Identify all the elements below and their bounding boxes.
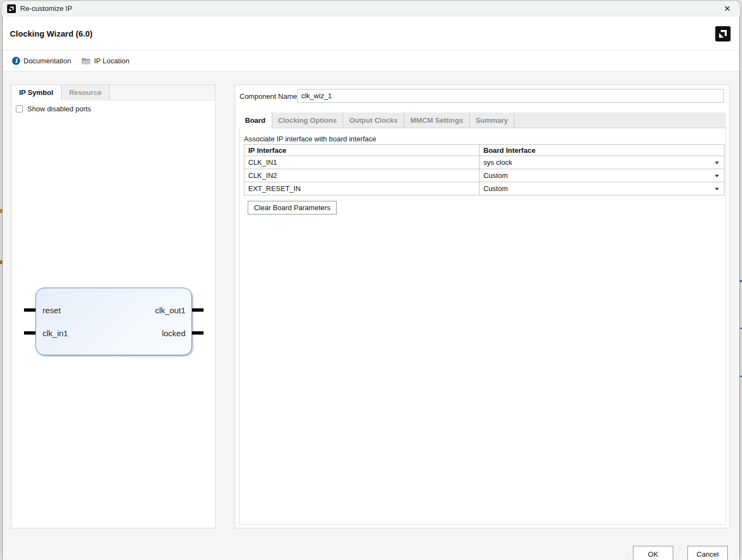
board-interface-dropdown[interactable]: sys clock <box>480 156 725 169</box>
tab-summary[interactable]: Summary <box>470 112 514 128</box>
tab-board[interactable]: Board <box>239 112 272 128</box>
clear-board-parameters-button[interactable]: Clear Board Parameters <box>248 201 337 215</box>
settings-tabstrip: Board Clocking Options Output Clocks MMC… <box>239 112 726 128</box>
screen: Re-customize IP ✕ Clocking Wizard (6.0) … <box>0 0 742 560</box>
port-stub-locked <box>192 331 204 335</box>
info-icon: i <box>12 57 20 65</box>
ip-symbol-diagram <box>35 288 192 355</box>
table-row: CLK_IN1 sys clock <box>244 156 725 169</box>
ip-interface-cell: CLK_IN2 <box>244 169 480 182</box>
chevron-down-icon <box>715 162 719 164</box>
column-header-board-interface: Board Interface <box>480 145 725 156</box>
configuration-panel: Component Name Board Clocking Options Ou… <box>235 85 730 528</box>
ip-interface-cell: EXT_RESET_IN <box>244 182 480 195</box>
ip-interface-cell: CLK_IN1 <box>244 156 480 169</box>
dropdown-value: sys clock <box>483 158 512 166</box>
board-tab-content: Associate IP interface with board interf… <box>239 128 726 525</box>
port-label-locked: locked <box>162 329 185 338</box>
show-disabled-ports-checkbox[interactable] <box>16 105 23 112</box>
desktop-speck <box>740 280 742 282</box>
window-title: Re-customize IP <box>20 4 72 13</box>
show-disabled-ports-option[interactable]: Show disabled ports <box>16 105 91 113</box>
board-interface-dropdown[interactable]: Custom <box>480 182 725 195</box>
tab-mmcm-settings[interactable]: MMCM Settings <box>404 112 470 128</box>
associate-instruction: Associate IP interface with board interf… <box>244 135 376 143</box>
table-row: CLK_IN2 Custom <box>244 169 725 182</box>
folder-icon <box>82 57 91 64</box>
column-header-ip-interface: IP Interface <box>244 145 480 156</box>
xilinx-logo-icon <box>7 4 16 13</box>
close-icon[interactable]: ✕ <box>718 2 737 15</box>
toolbar: i Documentation IP Location <box>3 51 739 72</box>
port-stub-clk-in1 <box>24 331 35 335</box>
tab-clocking-options[interactable]: Clocking Options <box>272 112 344 128</box>
port-label-reset: reset <box>43 306 61 315</box>
documentation-button[interactable]: i Documentation <box>9 55 74 67</box>
dropdown-value: Custom <box>483 171 508 180</box>
port-stub-clk-out1 <box>192 308 204 312</box>
chevron-down-icon <box>715 175 719 177</box>
left-tabstrip: IP Symbol Resource <box>11 85 215 100</box>
desktop-edge-right <box>740 0 742 560</box>
board-interface-table: IP Interface Board Interface CLK_IN1 sys… <box>244 144 725 195</box>
component-name-input[interactable] <box>297 89 724 103</box>
titlebar: Re-customize IP ✕ <box>2 1 740 16</box>
desktop-speck <box>740 327 742 329</box>
chevron-down-icon <box>715 188 719 190</box>
board-interface-dropdown[interactable]: Custom <box>480 169 725 182</box>
page-title: Clocking Wizard (6.0) <box>10 29 93 38</box>
xilinx-logo-icon <box>715 26 731 41</box>
table-header-row: IP Interface Board Interface <box>244 145 725 156</box>
component-name-label: Component Name <box>240 92 297 100</box>
tab-output-clocks[interactable]: Output Clocks <box>343 112 404 128</box>
port-label-clk-in1: clk_in1 <box>43 329 68 338</box>
header: Clocking Wizard (6.0) <box>3 17 739 50</box>
desktop-speck <box>740 376 742 377</box>
dropdown-value: Custom <box>483 184 508 193</box>
ip-location-label: IP Location <box>94 57 129 65</box>
ok-button[interactable]: OK <box>633 546 673 560</box>
show-disabled-ports-label: Show disabled ports <box>27 105 91 113</box>
port-label-clk-out1: clk_out1 <box>155 306 185 315</box>
table-row: EXT_RESET_IN Custom <box>244 182 725 195</box>
tab-ip-symbol[interactable]: IP Symbol <box>11 85 62 100</box>
tab-resource[interactable]: Resource <box>62 85 110 100</box>
component-name-row: Component Name <box>235 85 729 109</box>
port-stub-reset <box>24 308 35 312</box>
ip-location-button[interactable]: IP Location <box>79 55 133 67</box>
documentation-label: Documentation <box>23 57 71 65</box>
cancel-button[interactable]: Cancel <box>687 546 728 560</box>
